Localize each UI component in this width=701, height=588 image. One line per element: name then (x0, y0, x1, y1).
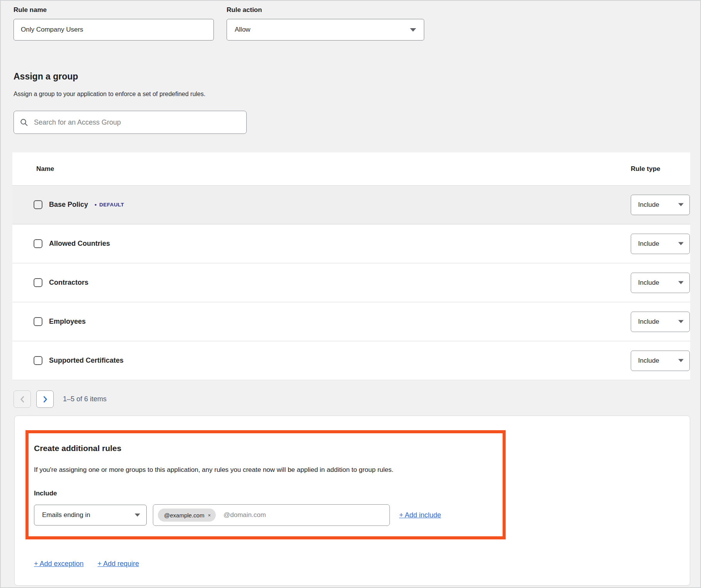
highlight-outline: Create additional rules If you're assign… (25, 430, 506, 539)
include-label: Include (34, 490, 491, 497)
chevron-down-icon (678, 242, 684, 245)
email-domain-input[interactable]: @example.com × @domain.com (153, 504, 390, 526)
row-name: Supported Certificates (49, 357, 124, 365)
rule-type-dropdown[interactable]: Include (631, 194, 690, 215)
rule-action-field: Rule action Allow (227, 6, 424, 41)
rule-type-dropdown[interactable]: Include (631, 272, 690, 293)
chevron-right-icon (43, 396, 47, 403)
row-checkbox[interactable] (34, 200, 42, 209)
row-checkbox[interactable] (34, 278, 42, 287)
table-row[interactable]: Allowed Countries Include (12, 225, 690, 264)
rule-type-dropdown[interactable]: Include (631, 350, 690, 371)
row-name: Employees (49, 318, 86, 326)
row-name: Contractors (49, 279, 88, 287)
row-name: Base Policy (49, 201, 88, 209)
chevron-down-icon (678, 203, 684, 206)
access-groups-table: Name Rule type Base Policy • DEFAULT Inc… (12, 152, 690, 380)
chevron-down-icon (678, 281, 684, 284)
chip-label: @example.com (164, 512, 204, 519)
pagination: 1–5 of 6 items (14, 390, 107, 408)
add-require-link[interactable]: + Add require (98, 560, 139, 568)
chip-remove-icon[interactable]: × (208, 512, 211, 518)
column-header-name: Name (12, 165, 54, 173)
row-checkbox[interactable] (34, 239, 42, 248)
include-rule-row: Emails ending in @example.com × @domain.… (34, 504, 491, 526)
rule-type-value: Include (638, 201, 659, 209)
add-exception-link[interactable]: + Add exception (34, 560, 84, 568)
rule-name-label: Rule name (14, 6, 214, 14)
assign-group-description: Assign a group to your application to en… (14, 90, 247, 98)
rule-name-input[interactable] (14, 19, 214, 41)
rule-type-dropdown[interactable]: Include (631, 233, 690, 254)
chevron-down-icon (678, 320, 684, 323)
search-input[interactable] (33, 118, 240, 127)
rule-action-label: Rule action (227, 6, 424, 14)
email-domain-chip: @example.com × (158, 509, 216, 522)
row-checkbox[interactable] (34, 317, 42, 326)
add-include-link[interactable]: + Add include (399, 511, 441, 519)
pagination-status: 1–5 of 6 items (63, 395, 107, 403)
chevron-left-icon (20, 396, 25, 403)
condition-value: Emails ending in (42, 511, 90, 519)
rule-type-dropdown[interactable]: Include (631, 311, 690, 332)
rule-editor-page: Rule name Rule action Allow Assign a gro… (0, 0, 701, 588)
table-row[interactable]: Base Policy • DEFAULT Include (12, 186, 690, 225)
rule-type-value: Include (638, 279, 659, 287)
default-badge: • DEFAULT (95, 201, 124, 208)
additional-rules-heading: Create additional rules (34, 444, 491, 453)
rule-type-value: Include (638, 357, 659, 365)
assign-group-heading: Assign a group (14, 71, 247, 82)
access-group-search[interactable] (14, 111, 247, 134)
chevron-down-icon (135, 514, 140, 517)
previous-page-button[interactable] (14, 390, 31, 408)
search-icon (20, 118, 28, 127)
table-row[interactable]: Contractors Include (12, 264, 690, 302)
assign-group-section: Assign a group Assign a group to your ap… (14, 71, 247, 134)
condition-select[interactable]: Emails ending in (34, 505, 147, 525)
column-header-rule-type: Rule type (631, 165, 660, 173)
rule-type-value: Include (638, 240, 659, 248)
chevron-down-icon (410, 28, 416, 32)
table-row[interactable]: Employees Include (12, 302, 690, 341)
row-checkbox[interactable] (34, 356, 42, 365)
badge-label: DEFAULT (99, 202, 124, 208)
rule-links: + Add exception + Add require (34, 560, 139, 568)
rule-type-value: Include (638, 318, 659, 326)
table-row[interactable]: Supported Certificates Include (12, 341, 690, 380)
rule-form: Rule name Rule action Allow (14, 6, 424, 41)
domain-placeholder: @domain.com (224, 511, 266, 519)
chevron-down-icon (678, 359, 684, 362)
rule-name-field: Rule name (14, 6, 214, 41)
badge-bullet-icon: • (95, 201, 97, 208)
rule-action-select[interactable]: Allow (227, 19, 424, 41)
additional-rules-description: If you're assigning one or more groups t… (34, 466, 491, 474)
row-name: Allowed Countries (49, 240, 110, 248)
next-page-button[interactable] (36, 390, 54, 408)
rule-action-value: Allow (235, 26, 251, 34)
additional-rules-card: Create additional rules If you're assign… (14, 416, 690, 586)
table-header: Name Rule type (12, 152, 690, 186)
